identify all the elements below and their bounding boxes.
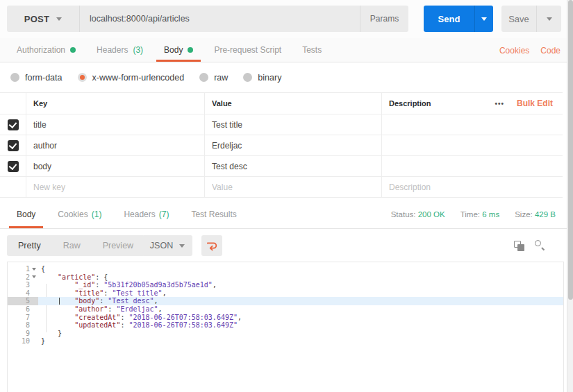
key-cell[interactable]: body — [33, 162, 51, 171]
size-badge: Size: 429 B — [515, 210, 556, 219]
mode-binary[interactable]: binary — [243, 73, 281, 83]
response-tab-test-results[interactable]: Test Results — [183, 200, 244, 228]
response-body-editor[interactable]: 1{2 "article": {3 "_id": "5b31f20b05ad9a… — [7, 262, 564, 392]
tab-pre-request-script[interactable]: Pre-request Script — [206, 38, 289, 62]
code-line[interactable]: 7 "createdAt": "2018-06-26T07:58:03.649Z… — [8, 314, 563, 322]
code-text: "body": "Test desc", — [38, 297, 158, 305]
wrap-text-button[interactable] — [201, 235, 222, 256]
status-badge: Status: 200 OK — [391, 210, 445, 219]
format-dropdown[interactable]: JSON — [142, 235, 192, 256]
cookies-link[interactable]: Cookies — [499, 46, 529, 56]
view-preview[interactable]: Preview — [92, 235, 144, 256]
description-header-label: Description — [389, 99, 431, 108]
body-mode-selector: form-data x-www-form-urlencoded raw bina… — [0, 62, 567, 92]
table-row: author Erdeljac — [0, 135, 563, 156]
window-scrollbar[interactable] — [567, 0, 573, 392]
mode-x-www-form-urlencoded[interactable]: x-www-form-urlencoded — [78, 73, 185, 83]
time-badge: Time: 6 ms — [460, 210, 499, 219]
response-tab-headers[interactable]: Headers (7) — [116, 200, 176, 228]
key-column-header: Key — [26, 93, 205, 114]
save-options-button[interactable] — [536, 6, 561, 32]
tab-headers[interactable]: Headers (3) — [89, 38, 151, 62]
fold-caret-icon[interactable] — [30, 268, 38, 271]
tab-label: Test Results — [191, 210, 236, 219]
code-text: "updatedAt": "2018-06-26T07:58:03.649Z" — [38, 321, 238, 330]
new-description-input[interactable] — [389, 182, 563, 192]
method-dropdown[interactable]: POST — [7, 6, 80, 32]
key-cell[interactable]: author — [33, 141, 57, 151]
tab-label: Body — [164, 45, 183, 55]
request-bar: POST Params Send Save — [0, 0, 573, 38]
line-number: 2 — [8, 273, 30, 282]
search-icon[interactable] — [535, 240, 546, 251]
save-button[interactable]: Save — [501, 6, 536, 32]
line-number: 4 — [8, 289, 30, 298]
scrollbar-thumb[interactable] — [568, 0, 573, 300]
code-link[interactable]: Code — [540, 46, 560, 56]
row-checkbox[interactable] — [8, 161, 19, 172]
key-cell[interactable]: title — [33, 120, 47, 130]
chevron-down-icon — [547, 17, 552, 21]
row-checkbox[interactable] — [8, 119, 19, 130]
more-options-icon[interactable]: ••• — [495, 100, 504, 108]
status-label: Status: — [391, 210, 416, 219]
request-tabs: Authorization Headers (3) Body Pre-reque… — [0, 38, 567, 62]
fold-caret-icon[interactable] — [30, 275, 38, 278]
code-line[interactable]: 10} — [8, 337, 563, 346]
params-label: Params — [370, 14, 399, 24]
code-line[interactable]: 6 "author": "Erdeljac", — [8, 305, 563, 314]
code-line[interactable]: 1{ — [8, 265, 563, 273]
line-gutter: 8 — [8, 321, 38, 330]
wrap-text-icon — [206, 240, 218, 251]
tab-body[interactable]: Body — [156, 38, 201, 62]
code-text: { — [38, 265, 45, 273]
new-value-input[interactable] — [212, 182, 381, 192]
code-line[interactable]: 2 "article": { — [8, 273, 563, 282]
radio-selected-icon — [78, 73, 87, 82]
tab-label: Tests — [302, 45, 322, 55]
code-text: "author": "Erdeljac", — [38, 305, 163, 314]
send-options-button[interactable] — [474, 6, 493, 32]
code-line[interactable]: 8 "updatedAt": "2018-06-26T07:58:03.649Z… — [8, 321, 563, 330]
time-label: Time: — [460, 210, 480, 219]
line-number: 3 — [8, 281, 30, 289]
response-tab-cookies[interactable]: Cookies (1) — [50, 200, 109, 228]
line-gutter: 4 — [8, 289, 38, 298]
code-line[interactable]: 5 "body": "Test desc", — [8, 297, 563, 305]
send-button[interactable]: Send — [424, 6, 474, 32]
view-raw[interactable]: Raw — [52, 235, 92, 256]
tab-tests[interactable]: Tests — [294, 38, 329, 62]
tab-label: Cookies — [58, 210, 88, 219]
url-input[interactable] — [80, 6, 360, 32]
response-tab-body[interactable]: Body — [9, 200, 43, 228]
new-key-input[interactable] — [33, 182, 204, 192]
line-gutter: 9 — [8, 330, 38, 338]
bulk-edit-link[interactable]: Bulk Edit — [517, 99, 553, 108]
radio-icon — [199, 73, 208, 82]
value-cell[interactable]: Test title — [212, 120, 242, 130]
tab-count: (3) — [133, 45, 143, 55]
status-value: 200 OK — [418, 210, 445, 219]
value-cell[interactable]: Erdeljac — [212, 141, 242, 151]
code-line[interactable]: 4 "title": "Test title", — [8, 289, 563, 298]
params-button[interactable]: Params — [360, 6, 408, 32]
code-lines: 1{2 "article": {3 "_id": "5b31f20b05ad9a… — [8, 265, 563, 346]
tab-authorization[interactable]: Authorization — [9, 38, 83, 62]
line-number: 9 — [8, 330, 30, 338]
code-line[interactable]: 9 } — [8, 330, 563, 338]
mode-form-data[interactable]: form-data — [10, 73, 63, 83]
view-pretty[interactable]: Pretty — [7, 235, 52, 256]
code-text: "article": { — [38, 273, 108, 282]
row-checkbox[interactable] — [8, 140, 19, 151]
code-text: } — [38, 330, 62, 338]
line-gutter: 5 — [8, 297, 38, 305]
chevron-down-icon — [481, 17, 487, 21]
value-cell[interactable]: Test desc — [212, 162, 247, 171]
copy-icon[interactable] — [514, 241, 524, 251]
code-line[interactable]: 3 "_id": "5b31f20b05ad9a3d5b75ae1d", — [8, 281, 563, 289]
mode-raw[interactable]: raw — [199, 73, 228, 83]
format-label: JSON — [150, 241, 173, 250]
method-label: POST — [24, 14, 50, 24]
checkbox-column-header — [0, 93, 26, 114]
send-button-group: Send — [424, 6, 493, 32]
